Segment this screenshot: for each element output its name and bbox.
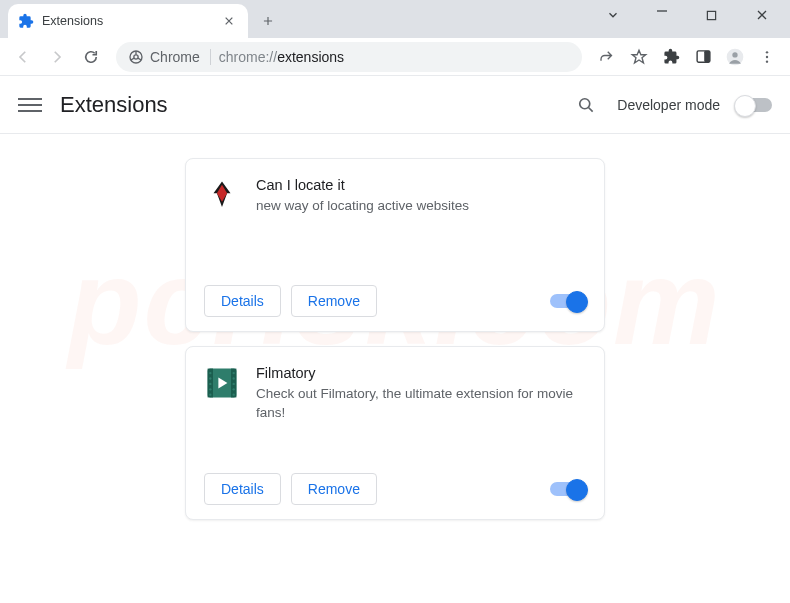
browser-toolbar: Chrome chrome://extensions: [0, 38, 790, 76]
extensions-list: Can I locate it new way of locating acti…: [0, 134, 790, 544]
details-button[interactable]: Details: [204, 473, 281, 505]
tab-close-button[interactable]: [220, 14, 238, 28]
extension-card: Can I locate it new way of locating acti…: [185, 158, 605, 332]
menu-button[interactable]: [18, 98, 42, 112]
svg-point-20: [209, 394, 211, 396]
svg-point-25: [233, 394, 235, 396]
chrome-logo-icon: [128, 49, 144, 65]
new-tab-button[interactable]: [254, 7, 282, 35]
window-minimize-button[interactable]: [656, 5, 684, 17]
extensions-favicon-icon: [18, 13, 34, 29]
svg-point-23: [233, 383, 235, 385]
svg-rect-1: [707, 11, 715, 19]
svg-point-16: [209, 372, 211, 374]
extension-enable-toggle[interactable]: [550, 482, 586, 496]
window-maximize-button[interactable]: [706, 10, 734, 21]
svg-point-10: [766, 60, 768, 62]
extension-enable-toggle[interactable]: [550, 294, 586, 308]
svg-point-3: [134, 54, 138, 58]
svg-point-8: [766, 51, 768, 53]
window-controls: [606, 8, 784, 22]
developer-mode-toggle[interactable]: [736, 98, 772, 112]
remove-button[interactable]: Remove: [291, 473, 377, 505]
omnibox[interactable]: Chrome chrome://extensions: [116, 42, 582, 72]
chip-label: Chrome: [150, 49, 200, 65]
extension-card: Filmatory Check out Filmatory, the ultim…: [185, 346, 605, 520]
svg-point-9: [766, 55, 768, 57]
forward-button[interactable]: [42, 42, 72, 72]
tab-title: Extensions: [42, 14, 103, 28]
tab-search-chevron-icon[interactable]: [606, 8, 634, 22]
svg-point-17: [209, 377, 211, 379]
side-panel-button[interactable]: [688, 42, 718, 72]
svg-point-18: [209, 383, 211, 385]
search-extensions-button[interactable]: [571, 90, 601, 120]
svg-point-22: [233, 377, 235, 379]
svg-line-12: [589, 107, 593, 111]
share-button[interactable]: [592, 42, 622, 72]
details-button[interactable]: Details: [204, 285, 281, 317]
extension-icon: [204, 365, 240, 401]
extension-name: Filmatory: [256, 365, 586, 381]
extension-description: new way of locating active websites: [256, 197, 469, 216]
tab-extensions[interactable]: Extensions: [8, 4, 248, 38]
back-button[interactable]: [8, 42, 38, 72]
svg-point-24: [233, 388, 235, 390]
extensions-page-header: Extensions Developer mode: [0, 76, 790, 134]
svg-point-7: [732, 52, 737, 57]
site-chip[interactable]: Chrome: [128, 49, 211, 65]
svg-rect-5: [704, 51, 710, 62]
extension-name: Can I locate it: [256, 177, 469, 193]
page-title: Extensions: [60, 92, 168, 118]
developer-mode-label: Developer mode: [617, 97, 720, 113]
extension-description: Check out Filmatory, the ultimate extens…: [256, 385, 586, 423]
remove-button[interactable]: Remove: [291, 285, 377, 317]
url-text: chrome://extensions: [219, 49, 344, 65]
svg-point-21: [233, 372, 235, 374]
chrome-menu-button[interactable]: [752, 42, 782, 72]
svg-point-11: [580, 98, 590, 108]
extensions-menu-button[interactable]: [656, 42, 686, 72]
window-close-button[interactable]: [756, 9, 784, 21]
profile-button[interactable]: [720, 42, 750, 72]
extension-icon: [204, 177, 240, 213]
bookmark-button[interactable]: [624, 42, 654, 72]
reload-button[interactable]: [76, 42, 106, 72]
svg-point-19: [209, 388, 211, 390]
